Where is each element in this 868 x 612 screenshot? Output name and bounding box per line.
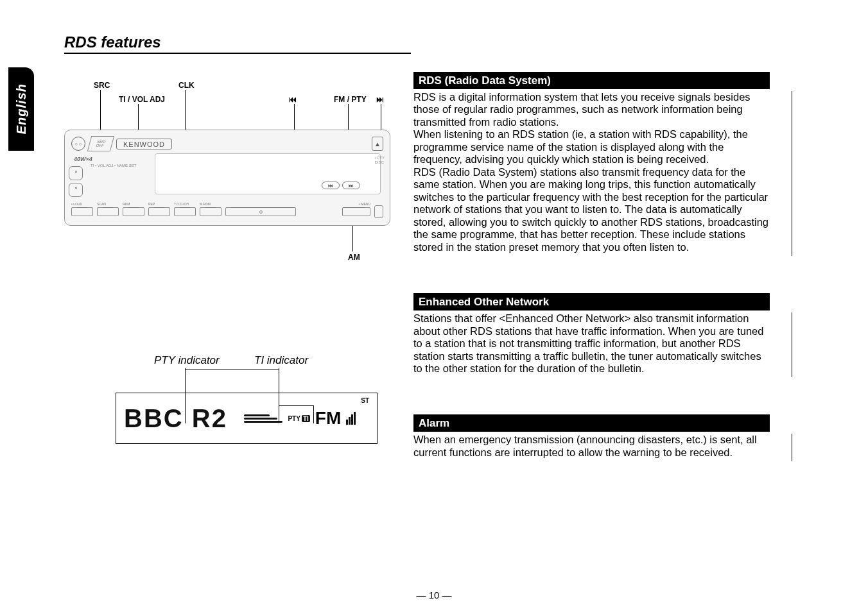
brand-label: KENWOOD (116, 139, 172, 149)
btn-label-scan: SCAN (97, 202, 106, 206)
page-number: — 10 — (0, 590, 868, 600)
kenwood-swoosh-icon (244, 409, 282, 428)
device-diagram: SRC CLK TI / VOL ADJ ⏮ FM / PTY ⏭ AM (64, 72, 390, 271)
label-ti-vol-adj: TI / VOL ADJ (119, 95, 165, 104)
leader-line (185, 370, 279, 370)
lcd-diagram: PTY indicator TI indicator BBC R2 PTY TI (64, 354, 390, 463)
st-indicator: ST (361, 397, 369, 404)
btn-label-menu: • MENU (359, 202, 370, 206)
label-prev-icon: ⏮ (289, 95, 297, 104)
label-fm-pty: FM / PTY (334, 95, 367, 104)
btn-label-loud: • LOUD (71, 202, 82, 206)
seek-buttons: ⏮ ⏭ (322, 182, 360, 189)
down-button-icon: ˅ (69, 183, 83, 197)
label-clk: CLK (178, 81, 195, 90)
leader-line (352, 226, 353, 251)
page-content: RDS features SRC CLK TI / VOL ADJ ⏮ FM /… (64, 33, 822, 487)
section-rds-body: RDS is a digital information system that… (413, 91, 773, 253)
seek-bar (225, 207, 296, 216)
btn-label-rdm: RDM (123, 202, 130, 206)
wattage-label: 40W×4 (74, 156, 92, 162)
left-buttons: ˄ ˅ (69, 166, 89, 205)
micro-prev-icon: ⏮ (322, 182, 340, 189)
section-rds: RDS (Radio Data System) RDS is a digital… (413, 72, 792, 256)
language-tab-label: English (14, 83, 29, 134)
btn-label-todich: T.O.D.ICH (174, 202, 189, 206)
signal-bars-icon (346, 412, 356, 425)
language-tab: English (8, 67, 34, 151)
release-button (374, 205, 383, 218)
micro-next-icon: ⏭ (342, 182, 360, 189)
label-next-icon: ⏭ (376, 95, 384, 104)
label-am: AM (348, 253, 360, 262)
tiny-under-power: TI • VOL ADJ • NAME SET (91, 164, 136, 167)
left-column: SRC CLK TI / VOL ADJ ⏮ FM / PTY ⏭ AM (64, 72, 390, 487)
section-alarm: Alarm When an emergency transmission (an… (413, 414, 792, 461)
section-rds-heading: RDS (Radio Data System) (413, 72, 770, 89)
lcd-tiny-icons: PTY TI (288, 415, 309, 422)
preset-button (148, 207, 170, 216)
menu-button (342, 207, 370, 216)
eject-button-icon: ▲ (372, 137, 383, 151)
bottom-buttons: • LOUD SCAN RDM REP T.O.D.ICH M.RDM • ME… (71, 203, 383, 220)
right-tiny-labels: • PTY DISC (375, 156, 385, 165)
section-eon-body: Stations that offer <Enhanced Other Netw… (413, 312, 773, 375)
preset-button (97, 207, 119, 216)
label-src: SRC (94, 81, 110, 90)
preset-button (123, 207, 144, 216)
device-body: ○ ○ NRDOFF KENWOOD ▲ 40W×4 TI • VOL ADJ … (64, 130, 390, 226)
ti-indicator-label: TI indicator (254, 354, 308, 367)
page-title: RDS features (64, 33, 411, 54)
lcd-main-text: BBC R2 (124, 404, 227, 433)
lcd-display: BBC R2 PTY TI FM ST (116, 393, 378, 444)
pty-indicator: PTY (288, 415, 300, 422)
panel-icon: NRDOFF (87, 136, 114, 151)
section-alarm-body: When an emergency transmission (announci… (413, 434, 773, 459)
pty-indicator-label: PTY indicator (154, 354, 220, 367)
power-knob-icon: ○ ○ (71, 137, 85, 151)
btn-label-mrdm: M.RDM (200, 202, 211, 206)
section-eon: Enhanced Other Network Stations that off… (413, 293, 792, 377)
ti-indicator: TI (302, 415, 310, 422)
section-alarm-heading: Alarm (413, 414, 770, 432)
section-eon-heading: Enhanced Other Network (413, 293, 770, 310)
preset-button (200, 207, 221, 216)
preset-button (71, 207, 93, 216)
preset-button (174, 207, 196, 216)
right-column: RDS (Radio Data System) RDS is a digital… (413, 72, 792, 487)
btn-label-rep: REP (148, 202, 155, 206)
lcd-fm: FM (315, 408, 341, 429)
up-button-icon: ˄ (69, 166, 83, 180)
